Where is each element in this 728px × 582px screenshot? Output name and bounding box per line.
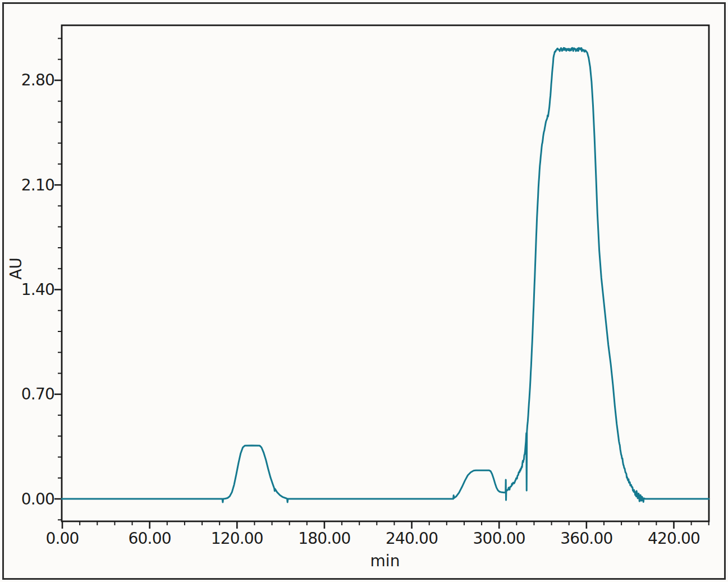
trace-line	[62, 48, 709, 502]
y-tick-label: 2.80	[21, 71, 54, 89]
chromatogram-chart: 0.0060.00120.00180.00240.00300.00360.004…	[0, 0, 728, 582]
axis-ticks	[54, 38, 709, 529]
x-tick-label: 0.00	[45, 529, 79, 548]
x-tick-label: 360.00	[560, 529, 612, 548]
y-tick-label: 0.00	[21, 490, 54, 508]
x-tick-label: 180.00	[298, 529, 350, 548]
x-tick-label: 300.00	[473, 529, 525, 548]
y-tick-label: 1.40	[21, 280, 54, 299]
chromatogram-figure: 0.0060.00120.00180.00240.00300.00360.004…	[0, 0, 728, 582]
y-tick-label: 2.10	[21, 176, 54, 194]
axis-tick-labels: 0.0060.00120.00180.00240.00300.00360.004…	[21, 71, 700, 548]
x-tick-label: 420.00	[648, 529, 700, 548]
y-axis-title: AU	[7, 257, 25, 280]
plot-frame	[62, 25, 709, 521]
y-tick-label: 0.70	[21, 385, 54, 403]
x-tick-label: 60.00	[129, 529, 171, 548]
x-axis-title: min	[370, 552, 400, 570]
x-tick-label: 240.00	[386, 529, 438, 548]
x-tick-label: 120.00	[211, 529, 263, 548]
